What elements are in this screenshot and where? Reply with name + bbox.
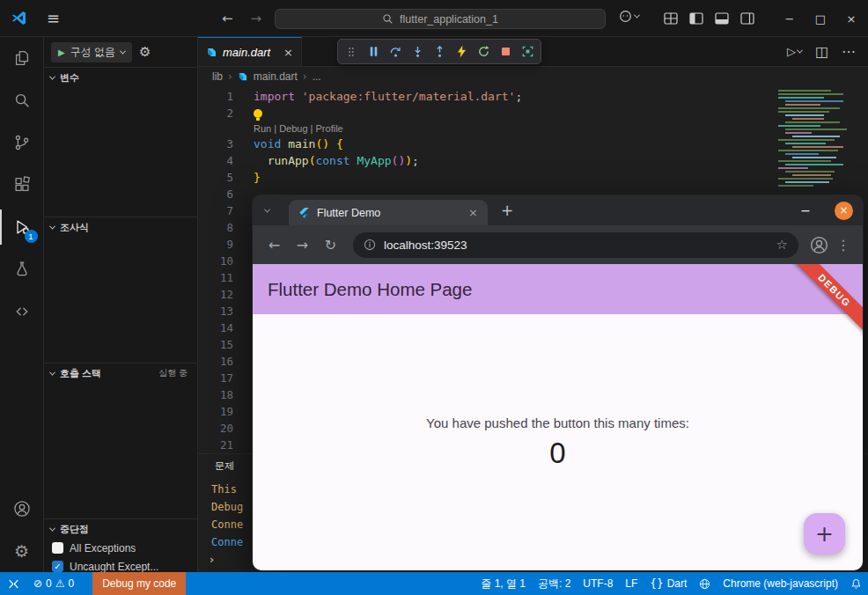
pause-icon[interactable] [363,41,384,62]
split-editor-icon[interactable]: ◫ [815,43,828,60]
run-file-button[interactable]: ▷ [787,45,802,58]
widget-inspector-icon[interactable] [517,41,538,62]
search-view-icon[interactable] [0,79,44,121]
variables-section: 변수 [44,67,197,217]
breakpoint-item[interactable]: ✓Uncaught Except... [44,557,197,572]
window-close-button[interactable]: × [843,12,859,26]
toolbar-drag-handle[interactable] [341,41,362,62]
problems-counter[interactable]: ⊘ 0 ⚠ 0 [27,572,80,595]
browser-minimize-button[interactable]: − [800,203,811,217]
breadcrumb: lib › main.dart › ... [198,67,868,86]
problems-tab[interactable]: 문제 [215,459,234,473]
minimap[interactable] [776,88,854,190]
stop-icon[interactable] [495,41,516,62]
debug-runtime[interactable]: Chrome (web-javascript) [717,572,844,595]
editor-more-actions-icon[interactable]: ⋯ [842,43,856,60]
browser-back-button[interactable]: ← [262,237,286,253]
cursor-position[interactable]: 줄 1, 열 1 [474,572,532,595]
tab-close-icon[interactable]: × [283,46,293,59]
extensions-icon[interactable] [0,164,44,206]
history-forward-button[interactable]: → [251,11,262,26]
breakpoint-checkbox[interactable] [52,542,63,554]
line-number: 13 [198,303,233,320]
breadcrumb-file[interactable]: main.dart [254,70,298,83]
explorer-icon[interactable] [0,37,44,79]
tab-close-icon[interactable]: × [468,206,478,219]
run-debug-icon[interactable]: 1 [0,206,44,248]
breadcrumb-symbol[interactable]: ... [313,70,321,83]
window-minimize-button[interactable]: − [782,12,798,26]
warnings-count: 0 [69,577,75,590]
browser-reload-button[interactable]: ↻ [319,237,342,253]
fab-button[interactable]: + [804,513,845,555]
code-line[interactable]: 2 [198,105,868,121]
dart-file-icon [238,71,248,82]
code-line[interactable]: 1import 'package:flutter/material.dart'; [198,88,868,105]
browser-menu-icon[interactable]: ⋮ [834,237,853,253]
testing-icon[interactable] [0,248,44,290]
statusbar-debug-config[interactable]: Debug my code [92,572,186,595]
counter-label: You have pushed the button this many tim… [426,415,689,430]
line-number: 2 [198,105,233,121]
step-over-icon[interactable] [385,41,406,62]
browser-tab[interactable]: Flutter Demo × [289,200,488,225]
remote-indicator[interactable] [0,572,27,595]
code-line[interactable]: 4 runApp(const MyApp()); [198,152,868,169]
breakpoint-label: Uncaught Except... [70,561,158,573]
breakpoints-section-header[interactable]: 중단점 [44,519,197,539]
eol-sequence[interactable]: LF [619,572,644,595]
call-stack-section-header[interactable]: 호출 스택 실행 중 [44,364,197,383]
vscode-window: ≡ ← → flutter_application_1 − □ × [0,0,868,595]
command-center-search[interactable]: flutter_application_1 [275,9,606,29]
menu-icon[interactable]: ≡ [47,9,60,27]
variables-section-header[interactable]: 변수 [44,68,197,87]
code-brackets-icon[interactable] [0,290,44,333]
browser-close-button[interactable]: × [835,202,853,220]
toggle-sidebar-icon[interactable] [689,12,703,25]
lightbulb-icon[interactable] [254,109,262,118]
line-number: 6 [198,186,233,202]
watch-section-header[interactable]: 조사식 [44,217,197,237]
toggle-panel-icon[interactable] [715,12,729,25]
new-tab-button[interactable]: + [501,202,513,219]
debug-start-button[interactable]: ▶ 구성 없음 [51,42,132,62]
copilot-button[interactable] [619,10,639,23]
line-number: 5 [198,169,233,186]
warnings-icon: ⚠ [55,577,65,590]
bookmark-star-icon[interactable]: ☆ [776,237,788,253]
url-text: localhost:39523 [384,239,467,252]
source-control-icon[interactable] [0,121,44,164]
profile-avatar-icon[interactable] [809,235,829,255]
restart-icon[interactable] [473,41,494,62]
account-icon[interactable] [0,488,44,530]
encoding[interactable]: UTF-8 [577,572,619,595]
notifications-bell[interactable] [844,572,868,595]
tab-search-chevron-icon[interactable] [265,209,269,213]
chrome-window: Flutter Demo × + − × ← → ↻ localhost:395… [253,195,863,570]
breakpoint-item[interactable]: All Exceptions [44,539,197,557]
tab-main-dart[interactable]: main.dart × [198,37,302,66]
window-maximize-button[interactable]: □ [813,12,828,26]
activity-bar: 1 ⚙ [0,37,44,572]
breadcrumb-folder[interactable]: lib [212,70,223,83]
ports-globe[interactable] [693,572,717,595]
vscode-logo-icon [11,10,27,26]
address-bar[interactable]: localhost:39523 ☆ [353,232,798,258]
language-mode[interactable]: {} Dart [644,572,693,595]
step-into-icon[interactable] [407,41,428,62]
step-out-icon[interactable] [429,41,450,62]
code-line[interactable]: 5} [198,169,868,186]
statusbar: ⊘ 0 ⚠ 0 Debug my code 줄 1, 열 1 공백: 2 UTF… [0,572,868,595]
browser-forward-button[interactable]: → [291,237,314,253]
debug-settings-gear-icon[interactable]: ⚙ [139,44,151,60]
codelens-actions[interactable]: Run | Debug | Profile [233,121,343,136]
site-info-icon[interactable] [364,239,376,251]
customize-layout-icon[interactable] [664,12,678,25]
breakpoint-checkbox[interactable]: ✓ [52,561,63,572]
hot-reload-icon[interactable] [451,41,472,62]
toggle-secondary-sidebar-icon[interactable] [740,12,754,25]
settings-gear-icon[interactable]: ⚙ [0,530,44,572]
indentation[interactable]: 공백: 2 [532,572,577,595]
code-line[interactable]: 3void main() { [198,136,868,152]
history-back-button[interactable]: ← [222,11,233,26]
